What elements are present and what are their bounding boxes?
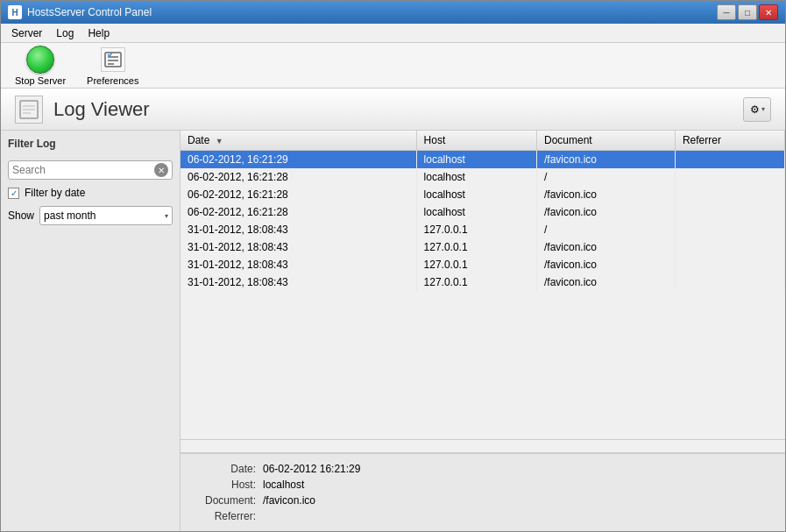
cell-document: /favicon.ico xyxy=(537,151,676,169)
sidebar: Filter Log ✕ Filter by date Show past mo… xyxy=(1,131,181,531)
table-row[interactable]: 31-01-2012, 18:08:43127.0.0.1/ xyxy=(181,221,785,238)
page-title: Log Viewer xyxy=(53,98,150,121)
cell-date: 06-02-2012, 16:21:28 xyxy=(181,186,416,203)
show-dropdown-arrow: ▾ xyxy=(165,212,168,220)
cell-date: 31-01-2012, 18:08:43 xyxy=(181,256,416,273)
maximize-button[interactable]: □ xyxy=(738,4,757,20)
page-header: Log Viewer ⚙ ▾ xyxy=(1,89,785,131)
cell-document: / xyxy=(537,168,676,186)
green-circle-icon xyxy=(26,46,54,74)
detail-document-value: /favicon.ico xyxy=(263,493,315,508)
col-document[interactable]: Document xyxy=(537,131,676,151)
menu-help[interactable]: Help xyxy=(81,25,117,41)
preferences-button[interactable]: Preferences xyxy=(80,42,145,89)
log-table-wrapper[interactable]: Date ▼ Host Document Refer xyxy=(181,131,785,439)
show-row: Show past month ▾ xyxy=(8,206,173,225)
detail-referrer-label: Referrer: xyxy=(195,508,256,524)
gear-icon: ⚙ xyxy=(750,103,760,116)
cell-date: 31-01-2012, 18:08:43 xyxy=(181,273,416,291)
cell-document: /favicon.ico xyxy=(537,273,676,291)
cell-date: 06-02-2012, 16:21:28 xyxy=(181,168,416,186)
app-icon: H xyxy=(8,5,22,19)
page-header-left: Log Viewer xyxy=(15,96,150,124)
log-area: Date ▼ Host Document Refer xyxy=(181,131,785,453)
detail-panel: Date: 06-02-2012 16:21:29 Host: localhos… xyxy=(181,453,785,531)
preferences-label: Preferences xyxy=(87,75,138,86)
horizontal-scrollbar[interactable] xyxy=(181,439,785,453)
title-bar: H HostsServer Control Panel ─ □ ✕ xyxy=(1,1,785,24)
table-row[interactable]: 06-02-2012, 16:21:29localhost/favicon.ic… xyxy=(181,151,785,169)
checklist-icon xyxy=(103,50,123,69)
cell-host: localhost xyxy=(416,151,536,169)
detail-referrer-row: Referrer: xyxy=(195,508,771,524)
cell-host: 127.0.0.1 xyxy=(416,238,536,256)
title-bar-text: HostsServer Control Panel xyxy=(27,6,152,18)
show-dropdown-value: past month xyxy=(44,209,96,222)
table-row[interactable]: 06-02-2012, 16:21:28localhost/favicon.ic… xyxy=(181,186,785,203)
search-clear-button[interactable]: ✕ xyxy=(154,163,168,177)
detail-date-label: Date: xyxy=(195,461,256,477)
page-icon xyxy=(15,96,43,124)
main-content: Filter Log ✕ Filter by date Show past mo… xyxy=(1,131,785,531)
toolbar: Stop Server Preferences xyxy=(1,43,785,89)
filter-by-date-label: Filter by date xyxy=(25,187,85,199)
cell-document: /favicon.ico xyxy=(537,256,676,273)
col-date[interactable]: Date ▼ xyxy=(181,131,416,151)
show-dropdown[interactable]: past month ▾ xyxy=(39,206,173,225)
table-row[interactable]: 31-01-2012, 18:08:43127.0.0.1/favicon.ic… xyxy=(181,273,785,291)
col-host[interactable]: Host xyxy=(416,131,536,151)
cell-referrer xyxy=(675,238,784,256)
cell-host: localhost xyxy=(416,168,536,186)
cell-date: 06-02-2012, 16:21:29 xyxy=(181,151,416,169)
gear-button[interactable]: ⚙ ▾ xyxy=(743,97,771,122)
cell-document: /favicon.ico xyxy=(537,203,676,221)
col-referrer[interactable]: Referrer xyxy=(675,131,784,151)
cell-referrer xyxy=(675,256,784,273)
detail-date-row: Date: 06-02-2012 16:21:29 xyxy=(195,461,771,477)
menu-server[interactable]: Server xyxy=(4,25,49,41)
table-row[interactable]: 06-02-2012, 16:21:28localhost/ xyxy=(181,168,785,186)
cell-host: localhost xyxy=(416,186,536,203)
table-row[interactable]: 31-01-2012, 18:08:43127.0.0.1/favicon.ic… xyxy=(181,256,785,273)
close-button[interactable]: ✕ xyxy=(759,4,778,20)
cell-document: / xyxy=(537,221,676,238)
cell-referrer xyxy=(675,168,784,186)
cell-referrer xyxy=(675,186,784,203)
main-window: H HostsServer Control Panel ─ □ ✕ Server… xyxy=(0,0,786,532)
preferences-icon xyxy=(99,46,127,74)
cell-date: 31-01-2012, 18:08:43 xyxy=(181,238,416,256)
gear-dropdown-arrow: ▾ xyxy=(761,105,765,113)
stop-server-icon xyxy=(26,46,54,74)
cell-referrer xyxy=(675,273,784,291)
log-viewer-icon xyxy=(18,99,39,120)
table-row[interactable]: 06-02-2012, 16:21:28localhost/favicon.ic… xyxy=(181,203,785,221)
search-input[interactable] xyxy=(12,164,151,176)
filter-by-date-checkbox[interactable] xyxy=(8,188,19,199)
table-row[interactable]: 31-01-2012, 18:08:43127.0.0.1/favicon.ic… xyxy=(181,238,785,256)
log-table-body: 06-02-2012, 16:21:29localhost/favicon.ic… xyxy=(181,151,785,292)
show-label: Show xyxy=(8,209,34,222)
detail-host-row: Host: localhost xyxy=(195,477,771,493)
cell-date: 06-02-2012, 16:21:28 xyxy=(181,203,416,221)
detail-host-value: localhost xyxy=(263,477,304,493)
stop-server-label: Stop Server xyxy=(15,75,66,86)
search-container: ✕ xyxy=(8,160,173,180)
menu-log[interactable]: Log xyxy=(49,25,81,41)
detail-document-row: Document: /favicon.ico xyxy=(195,493,771,508)
right-panel: Date ▼ Host Document Refer xyxy=(181,131,785,531)
cell-host: 127.0.0.1 xyxy=(416,273,536,291)
cell-referrer xyxy=(675,151,784,169)
filter-log-title: Filter Log xyxy=(8,138,173,150)
pref-icon-box xyxy=(101,47,125,72)
minimize-button[interactable]: ─ xyxy=(717,4,736,20)
detail-date-value: 06-02-2012 16:21:29 xyxy=(263,461,360,477)
cell-host: 127.0.0.1 xyxy=(416,256,536,273)
menu-bar: Server Log Help xyxy=(1,24,785,43)
title-bar-left: H HostsServer Control Panel xyxy=(8,5,152,19)
cell-host: localhost xyxy=(416,203,536,221)
detail-host-label: Host: xyxy=(195,477,256,493)
cell-host: 127.0.0.1 xyxy=(416,221,536,238)
cell-document: /favicon.ico xyxy=(537,238,676,256)
stop-server-button[interactable]: Stop Server xyxy=(8,42,73,89)
log-table-header: Date ▼ Host Document Refer xyxy=(181,131,785,151)
